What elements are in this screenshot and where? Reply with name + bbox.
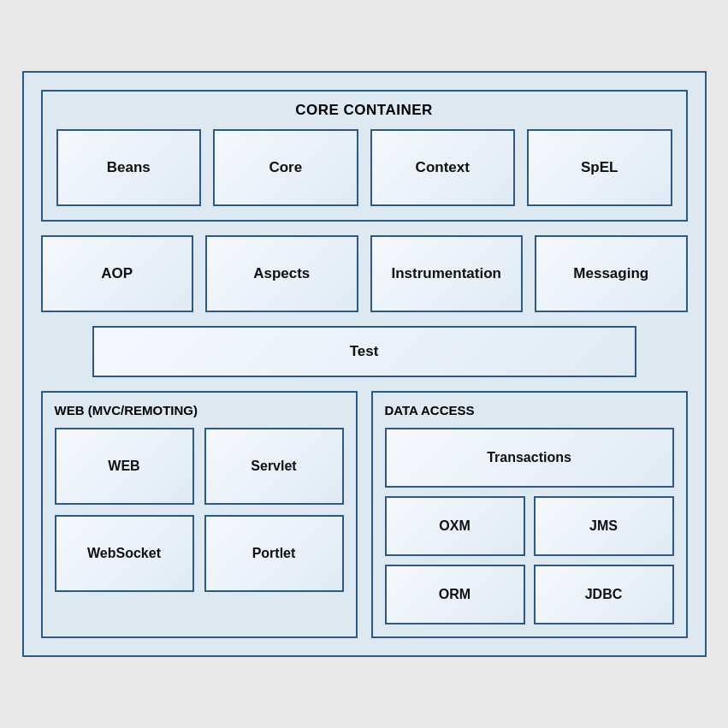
data-section-title: DATA ACCESS: [385, 403, 674, 417]
middle-row: AOP Aspects Instrumentation Messaging: [41, 235, 688, 312]
core-row: Beans Core Context SpEL: [56, 129, 672, 206]
data-inner: Transactions OXM JMS ORM JDBC: [385, 428, 674, 624]
bottom-section: WEB (MVC/REMOTING) WEB Servlet WebSocket…: [41, 391, 688, 638]
data-section: DATA ACCESS Transactions OXM JMS ORM JDB…: [371, 391, 688, 638]
orm-box: ORM: [385, 565, 525, 624]
beans-box: Beans: [56, 129, 202, 206]
servlet-box: Servlet: [204, 428, 344, 505]
instrumentation-box: Instrumentation: [370, 235, 524, 312]
messaging-box: Messaging: [535, 235, 688, 312]
aspects-box: Aspects: [205, 235, 358, 312]
core-box: Core: [213, 129, 358, 206]
data-row-3: ORM JDBC: [385, 565, 674, 624]
transactions-box: Transactions: [385, 428, 674, 488]
web-section-title: WEB (MVC/REMOTING): [55, 403, 344, 417]
test-box: Test: [92, 326, 636, 377]
jms-box: JMS: [534, 496, 674, 556]
context-box: Context: [370, 129, 516, 206]
web-section: WEB (MVC/REMOTING) WEB Servlet WebSocket…: [41, 391, 358, 638]
web-grid: WEB Servlet WebSocket Portlet: [55, 428, 344, 592]
test-row: Test: [41, 326, 688, 377]
main-diagram: CORE CONTAINER Beans Core Context SpEL A…: [22, 71, 707, 657]
spel-box: SpEL: [527, 129, 672, 206]
jdbc-box: JDBC: [534, 565, 674, 624]
portlet-box: Portlet: [204, 515, 344, 592]
core-container-section: CORE CONTAINER Beans Core Context SpEL: [41, 90, 688, 222]
data-row-2: OXM JMS: [385, 496, 674, 556]
core-container-title: CORE CONTAINER: [56, 102, 672, 119]
aop-box: AOP: [41, 235, 194, 312]
websocket-box: WebSocket: [55, 515, 194, 592]
oxm-box: OXM: [385, 496, 525, 556]
web-box: WEB: [55, 428, 194, 505]
